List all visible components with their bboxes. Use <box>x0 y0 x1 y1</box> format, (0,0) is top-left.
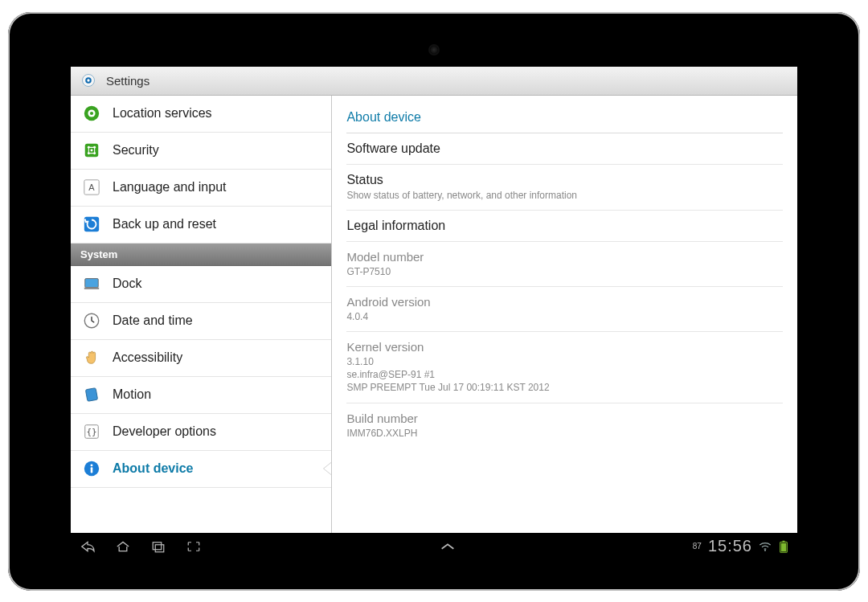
titlebar: Settings <box>71 67 797 96</box>
row-legal[interactable]: Legal information <box>346 211 783 242</box>
detail-panel: About device Software update Status Show… <box>332 96 797 533</box>
backup-icon <box>82 215 101 234</box>
screenshot-button[interactable] <box>185 540 203 553</box>
wifi-icon[interactable] <box>759 541 772 552</box>
svg-rect-25 <box>155 544 164 551</box>
developer-icon: {} <box>82 422 101 441</box>
sidebar-item-label: Developer options <box>113 424 216 439</box>
sidebar-item-backup[interactable]: Back up and reset <box>71 207 331 244</box>
row-model-number: Model number GT-P7510 <box>346 242 783 287</box>
tablet-frame: Settings Location services Securit <box>8 12 860 591</box>
recent-apps-button[interactable] <box>149 540 167 553</box>
sidebar-item-datetime[interactable]: Date and time <box>71 303 331 340</box>
security-icon <box>82 141 101 160</box>
settings-icon <box>79 71 98 90</box>
row-software-update[interactable]: Software update <box>346 133 783 165</box>
screen: Settings Location services Securit <box>71 67 797 560</box>
sidebar-item-dock[interactable]: Dock <box>71 266 331 303</box>
hand-icon <box>82 348 101 367</box>
back-button[interactable] <box>79 540 96 553</box>
battery-icon[interactable] <box>778 540 789 553</box>
sidebar-section-system: System <box>71 244 331 266</box>
sidebar-item-motion[interactable]: Motion <box>71 377 331 414</box>
svg-point-11 <box>91 149 93 152</box>
svg-rect-24 <box>153 542 162 549</box>
expand-button[interactable] <box>439 542 457 551</box>
sidebar-item-label: Location services <box>113 106 212 121</box>
svg-rect-15 <box>85 279 99 288</box>
svg-text:A: A <box>88 182 95 192</box>
dock-icon <box>82 274 101 293</box>
sidebar-item-developer[interactable]: {} Developer options <box>71 414 331 451</box>
sidebar-item-label: Back up and reset <box>113 217 216 231</box>
sidebar-item-about[interactable]: About device <box>71 451 331 488</box>
svg-text:{}: {} <box>86 427 96 437</box>
svg-point-2 <box>87 79 89 81</box>
sidebar-item-accessibility[interactable]: Accessibility <box>71 340 331 377</box>
svg-rect-28 <box>783 540 785 542</box>
motion-icon <box>82 385 101 404</box>
row-status[interactable]: Status Show status of battery, network, … <box>346 165 783 211</box>
sidebar-item-label: About device <box>113 461 193 476</box>
app-title: Settings <box>106 74 149 88</box>
row-build-number: Build number IMM76D.XXLPH <box>346 403 783 448</box>
sidebar-item-location[interactable]: Location services <box>71 96 331 133</box>
sidebar-item-label: Security <box>113 143 159 158</box>
language-icon: A <box>82 178 101 197</box>
sidebar-item-label: Dock <box>113 276 141 291</box>
svg-rect-18 <box>85 388 97 402</box>
content-area: Location services Security A Language an… <box>71 96 797 533</box>
sidebar-item-language[interactable]: A Language and input <box>71 170 331 207</box>
home-button[interactable] <box>114 540 132 553</box>
location-icon <box>82 104 101 123</box>
svg-point-5 <box>90 112 93 115</box>
sidebar-item-label: Date and time <box>113 313 193 328</box>
svg-point-26 <box>764 549 766 551</box>
sidebar: Location services Security A Language an… <box>71 96 332 533</box>
battery-percent: 87 <box>693 542 702 551</box>
front-camera <box>430 46 438 54</box>
info-icon <box>82 459 101 478</box>
sidebar-item-label: Language and input <box>113 180 226 195</box>
row-android-version: Android version 4.0.4 <box>346 287 783 332</box>
svg-rect-16 <box>84 288 99 289</box>
svg-rect-29 <box>781 543 787 551</box>
sidebar-item-label: Accessibility <box>113 350 182 365</box>
selection-caret <box>324 462 332 475</box>
row-kernel-version: Kernel version 3.1.10 se.infra@SEP-91 #1… <box>346 332 783 403</box>
clock-time[interactable]: 15:56 <box>708 537 752 555</box>
clock-icon <box>82 311 101 330</box>
system-navbar: 87 15:56 <box>71 533 797 560</box>
detail-header: About device <box>346 104 783 133</box>
sidebar-item-label: Motion <box>113 387 151 402</box>
sidebar-item-security[interactable]: Security <box>71 133 331 170</box>
svg-rect-23 <box>91 467 93 473</box>
svg-point-22 <box>91 464 93 466</box>
